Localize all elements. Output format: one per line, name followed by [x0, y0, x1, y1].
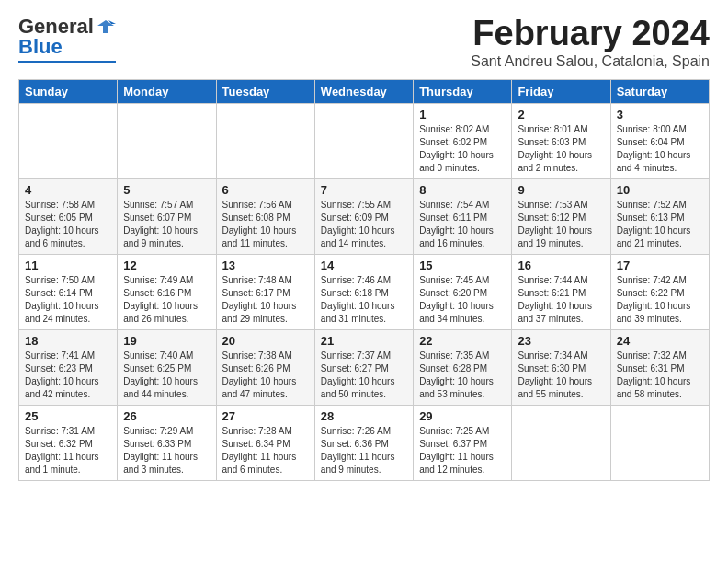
calendar-cell: 29Sunrise: 7:25 AM Sunset: 6:37 PM Dayli…	[414, 405, 512, 480]
calendar-cell: 15Sunrise: 7:45 AM Sunset: 6:20 PM Dayli…	[414, 254, 512, 329]
logo-blue: Blue	[18, 35, 63, 59]
calendar-cell: 27Sunrise: 7:28 AM Sunset: 6:34 PM Dayli…	[216, 405, 314, 480]
day-info: Sunrise: 7:35 AM Sunset: 6:28 PM Dayligh…	[419, 350, 506, 401]
day-number: 9	[518, 183, 604, 197]
calendar-cell: 2Sunrise: 8:01 AM Sunset: 6:03 PM Daylig…	[512, 103, 610, 178]
day-info: Sunrise: 7:53 AM Sunset: 6:12 PM Dayligh…	[518, 199, 604, 250]
logo-bird-icon	[96, 17, 116, 37]
day-info: Sunrise: 7:34 AM Sunset: 6:30 PM Dayligh…	[518, 350, 604, 401]
day-info: Sunrise: 7:52 AM Sunset: 6:13 PM Dayligh…	[617, 199, 703, 250]
day-number: 4	[25, 183, 111, 197]
day-number: 20	[222, 334, 309, 348]
calendar-cell: 18Sunrise: 7:41 AM Sunset: 6:23 PM Dayli…	[19, 329, 118, 405]
day-number: 16	[518, 259, 604, 272]
day-number: 7	[321, 183, 407, 197]
day-info: Sunrise: 7:48 AM Sunset: 6:17 PM Dayligh…	[222, 274, 309, 326]
calendar-cell: 24Sunrise: 7:32 AM Sunset: 6:31 PM Dayli…	[610, 329, 709, 405]
calendar-cell: 21Sunrise: 7:37 AM Sunset: 6:27 PM Dayli…	[314, 329, 413, 405]
location-title: Sant Andreu Salou, Catalonia, Spain	[471, 53, 710, 70]
calendar-cell: 5Sunrise: 7:57 AM Sunset: 6:07 PM Daylig…	[118, 178, 216, 254]
calendar-cell: 16Sunrise: 7:44 AM Sunset: 6:21 PM Dayli…	[512, 254, 610, 329]
day-info: Sunrise: 7:56 AM Sunset: 6:08 PM Dayligh…	[222, 199, 309, 250]
calendar-cell: 26Sunrise: 7:29 AM Sunset: 6:33 PM Dayli…	[118, 405, 216, 480]
day-info: Sunrise: 7:26 AM Sunset: 6:36 PM Dayligh…	[321, 425, 407, 477]
day-number: 14	[321, 259, 407, 272]
calendar-cell: 12Sunrise: 7:49 AM Sunset: 6:16 PM Dayli…	[118, 254, 216, 329]
day-info: Sunrise: 7:42 AM Sunset: 6:22 PM Dayligh…	[617, 274, 703, 326]
day-number: 1	[419, 108, 506, 121]
weekday-header-thursday: Thursday	[414, 79, 512, 103]
day-number: 22	[419, 334, 506, 348]
calendar-cell: 23Sunrise: 7:34 AM Sunset: 6:30 PM Dayli…	[512, 329, 610, 405]
day-number: 2	[518, 108, 604, 121]
day-number: 5	[123, 183, 210, 197]
logo: General Blue	[18, 15, 116, 63]
calendar-week-1: 1Sunrise: 8:02 AM Sunset: 6:02 PM Daylig…	[19, 103, 710, 178]
calendar-week-4: 18Sunrise: 7:41 AM Sunset: 6:23 PM Dayli…	[19, 329, 710, 405]
calendar-cell	[118, 103, 216, 178]
day-number: 3	[617, 108, 703, 121]
day-info: Sunrise: 7:29 AM Sunset: 6:33 PM Dayligh…	[123, 425, 210, 477]
day-number: 15	[419, 259, 506, 272]
month-title: February 2024	[471, 15, 710, 53]
calendar: SundayMondayTuesdayWednesdayThursdayFrid…	[18, 79, 710, 481]
weekday-header-sunday: Sunday	[19, 79, 118, 103]
day-info: Sunrise: 7:57 AM Sunset: 6:07 PM Dayligh…	[123, 199, 210, 250]
day-info: Sunrise: 8:02 AM Sunset: 6:02 PM Dayligh…	[419, 123, 506, 175]
weekday-header-saturday: Saturday	[610, 79, 709, 103]
calendar-cell	[610, 405, 709, 480]
weekday-header-tuesday: Tuesday	[216, 79, 314, 103]
title-area: February 2024 Sant Andreu Salou, Catalon…	[471, 15, 710, 70]
day-number: 29	[419, 409, 506, 423]
day-info: Sunrise: 7:32 AM Sunset: 6:31 PM Dayligh…	[617, 350, 703, 401]
day-number: 25	[25, 409, 111, 423]
weekday-header-wednesday: Wednesday	[314, 79, 413, 103]
day-number: 12	[123, 259, 210, 272]
calendar-cell: 25Sunrise: 7:31 AM Sunset: 6:32 PM Dayli…	[19, 405, 118, 480]
calendar-cell: 4Sunrise: 7:58 AM Sunset: 6:05 PM Daylig…	[19, 178, 118, 254]
weekday-header-row: SundayMondayTuesdayWednesdayThursdayFrid…	[19, 79, 710, 103]
day-info: Sunrise: 7:25 AM Sunset: 6:37 PM Dayligh…	[419, 425, 506, 477]
calendar-cell: 3Sunrise: 8:00 AM Sunset: 6:04 PM Daylig…	[610, 103, 709, 178]
calendar-cell: 20Sunrise: 7:38 AM Sunset: 6:26 PM Dayli…	[216, 329, 314, 405]
day-number: 27	[222, 409, 309, 423]
day-info: Sunrise: 7:50 AM Sunset: 6:14 PM Dayligh…	[25, 274, 111, 326]
calendar-cell: 28Sunrise: 7:26 AM Sunset: 6:36 PM Dayli…	[314, 405, 413, 480]
calendar-cell: 8Sunrise: 7:54 AM Sunset: 6:11 PM Daylig…	[414, 178, 512, 254]
weekday-header-friday: Friday	[512, 79, 610, 103]
day-info: Sunrise: 7:45 AM Sunset: 6:20 PM Dayligh…	[419, 274, 506, 326]
calendar-week-2: 4Sunrise: 7:58 AM Sunset: 6:05 PM Daylig…	[19, 178, 710, 254]
day-number: 11	[25, 259, 111, 272]
day-number: 21	[321, 334, 407, 348]
calendar-cell: 9Sunrise: 7:53 AM Sunset: 6:12 PM Daylig…	[512, 178, 610, 254]
weekday-header-monday: Monday	[118, 79, 216, 103]
day-info: Sunrise: 7:58 AM Sunset: 6:05 PM Dayligh…	[25, 199, 111, 250]
day-number: 6	[222, 183, 309, 197]
day-info: Sunrise: 7:31 AM Sunset: 6:32 PM Dayligh…	[25, 425, 111, 477]
day-number: 18	[25, 334, 111, 348]
day-number: 17	[617, 259, 703, 272]
day-number: 13	[222, 259, 309, 272]
day-number: 26	[123, 409, 210, 423]
calendar-cell: 11Sunrise: 7:50 AM Sunset: 6:14 PM Dayli…	[19, 254, 118, 329]
calendar-week-3: 11Sunrise: 7:50 AM Sunset: 6:14 PM Dayli…	[19, 254, 710, 329]
day-info: Sunrise: 8:01 AM Sunset: 6:03 PM Dayligh…	[518, 123, 604, 175]
day-number: 10	[617, 183, 703, 197]
calendar-cell: 7Sunrise: 7:55 AM Sunset: 6:09 PM Daylig…	[314, 178, 413, 254]
calendar-cell: 10Sunrise: 7:52 AM Sunset: 6:13 PM Dayli…	[610, 178, 709, 254]
day-info: Sunrise: 7:28 AM Sunset: 6:34 PM Dayligh…	[222, 425, 309, 477]
calendar-cell: 14Sunrise: 7:46 AM Sunset: 6:18 PM Dayli…	[314, 254, 413, 329]
calendar-cell: 6Sunrise: 7:56 AM Sunset: 6:08 PM Daylig…	[216, 178, 314, 254]
day-number: 28	[321, 409, 407, 423]
day-info: Sunrise: 7:55 AM Sunset: 6:09 PM Dayligh…	[321, 199, 407, 250]
day-number: 24	[617, 334, 703, 348]
day-info: Sunrise: 8:00 AM Sunset: 6:04 PM Dayligh…	[617, 123, 703, 175]
header: General Blue February 2024 Sant Andreu S…	[18, 15, 710, 70]
day-number: 8	[419, 183, 506, 197]
calendar-cell: 22Sunrise: 7:35 AM Sunset: 6:28 PM Dayli…	[414, 329, 512, 405]
day-number: 19	[123, 334, 210, 348]
day-info: Sunrise: 7:46 AM Sunset: 6:18 PM Dayligh…	[321, 274, 407, 326]
calendar-cell	[216, 103, 314, 178]
calendar-cell: 1Sunrise: 8:02 AM Sunset: 6:02 PM Daylig…	[414, 103, 512, 178]
calendar-cell: 19Sunrise: 7:40 AM Sunset: 6:25 PM Dayli…	[118, 329, 216, 405]
